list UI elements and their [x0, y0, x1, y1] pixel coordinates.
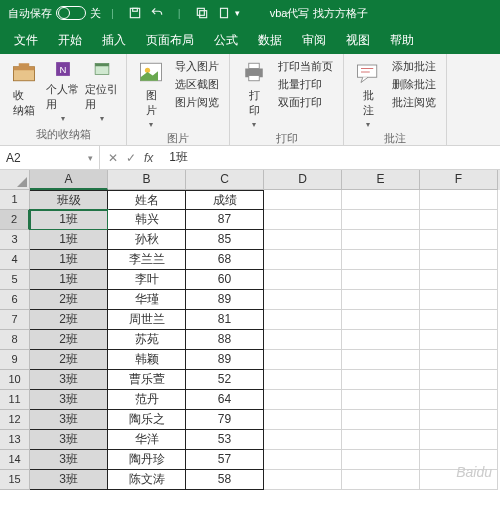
tab-formula[interactable]: 公式: [204, 26, 248, 54]
row-header[interactable]: 8: [0, 330, 30, 350]
cell[interactable]: 60: [186, 270, 264, 290]
personal-button[interactable]: N个人常 用▾: [46, 58, 79, 123]
tab-home[interactable]: 开始: [48, 26, 92, 54]
cell[interactable]: 李叶: [108, 270, 186, 290]
cell[interactable]: [264, 210, 342, 230]
cell[interactable]: [420, 350, 498, 370]
name-box[interactable]: A2▾: [0, 146, 100, 169]
cell[interactable]: 范丹: [108, 390, 186, 410]
row-header[interactable]: 9: [0, 350, 30, 370]
fx-icon[interactable]: fx: [144, 151, 153, 165]
cell[interactable]: 3班: [30, 370, 108, 390]
cell[interactable]: 华洋: [108, 430, 186, 450]
col-header-F[interactable]: F: [420, 170, 498, 190]
cell[interactable]: [342, 230, 420, 250]
row-header[interactable]: 4: [0, 250, 30, 270]
row-header[interactable]: 2: [0, 210, 30, 230]
cell[interactable]: [342, 210, 420, 230]
row-header[interactable]: 7: [0, 310, 30, 330]
cell[interactable]: [264, 410, 342, 430]
cell[interactable]: [420, 450, 498, 470]
cell[interactable]: [342, 250, 420, 270]
cell[interactable]: [342, 450, 420, 470]
cell[interactable]: [264, 390, 342, 410]
print-current[interactable]: 打印当前页: [276, 58, 335, 75]
row-header[interactable]: 5: [0, 270, 30, 290]
cell[interactable]: 3班: [30, 410, 108, 430]
cell[interactable]: [264, 190, 342, 210]
browse-comment[interactable]: 批注阅览: [390, 94, 438, 111]
cell[interactable]: [342, 350, 420, 370]
delete-comment[interactable]: 删除批注: [390, 76, 438, 93]
row-header[interactable]: 3: [0, 230, 30, 250]
cell[interactable]: [342, 410, 420, 430]
tab-help[interactable]: 帮助: [380, 26, 424, 54]
row-header[interactable]: 10: [0, 370, 30, 390]
browse-image[interactable]: 图片阅览: [173, 94, 221, 111]
row-header[interactable]: 6: [0, 290, 30, 310]
cell[interactable]: 1班: [30, 270, 108, 290]
confirm-icon[interactable]: ✓: [126, 151, 136, 165]
cell[interactable]: 华瑾: [108, 290, 186, 310]
cell[interactable]: 曹乐萱: [108, 370, 186, 390]
cell[interactable]: [342, 330, 420, 350]
cell[interactable]: [342, 390, 420, 410]
cell[interactable]: 68: [186, 250, 264, 270]
spreadsheet-grid[interactable]: A B C D E F 1班级姓名成绩21班韩兴8731班孙秋8541班李兰兰6…: [0, 170, 500, 490]
cell[interactable]: 53: [186, 430, 264, 450]
cell[interactable]: [420, 470, 498, 490]
cell[interactable]: [264, 370, 342, 390]
cell[interactable]: 3班: [30, 450, 108, 470]
cell[interactable]: [420, 410, 498, 430]
col-header-C[interactable]: C: [186, 170, 264, 190]
cell[interactable]: 2班: [30, 350, 108, 370]
cell[interactable]: [264, 270, 342, 290]
copy-icon[interactable]: [195, 6, 209, 20]
cell[interactable]: 85: [186, 230, 264, 250]
cell[interactable]: 52: [186, 370, 264, 390]
cell[interactable]: 3班: [30, 470, 108, 490]
cell[interactable]: 孙秋: [108, 230, 186, 250]
tab-review[interactable]: 审阅: [292, 26, 336, 54]
cell[interactable]: [420, 370, 498, 390]
cell[interactable]: [420, 430, 498, 450]
print-button[interactable]: 打 印▾: [238, 58, 270, 129]
cell[interactable]: 陶乐之: [108, 410, 186, 430]
cell[interactable]: 姓名: [108, 190, 186, 210]
tab-layout[interactable]: 页面布局: [136, 26, 204, 54]
cell[interactable]: [420, 210, 498, 230]
formula-bar[interactable]: 1班: [161, 149, 196, 166]
doc-icon[interactable]: [217, 6, 231, 20]
col-header-D[interactable]: D: [264, 170, 342, 190]
cell[interactable]: [264, 230, 342, 250]
cell[interactable]: [420, 230, 498, 250]
comment-button[interactable]: 批 注▾: [352, 58, 384, 129]
tab-insert[interactable]: 插入: [92, 26, 136, 54]
cell[interactable]: [342, 370, 420, 390]
cell[interactable]: [342, 430, 420, 450]
cell[interactable]: 李兰兰: [108, 250, 186, 270]
tab-data[interactable]: 数据: [248, 26, 292, 54]
cell[interactable]: 2班: [30, 330, 108, 350]
cell[interactable]: 58: [186, 470, 264, 490]
cell[interactable]: 成绩: [186, 190, 264, 210]
cell[interactable]: [342, 290, 420, 310]
cell[interactable]: [420, 310, 498, 330]
row-header[interactable]: 12: [0, 410, 30, 430]
add-comment[interactable]: 添加批注: [390, 58, 438, 75]
col-header-E[interactable]: E: [342, 170, 420, 190]
image-button[interactable]: 图 片▾: [135, 58, 167, 129]
cell[interactable]: [264, 430, 342, 450]
row-header[interactable]: 15: [0, 470, 30, 490]
tab-view[interactable]: 视图: [336, 26, 380, 54]
cell[interactable]: 87: [186, 210, 264, 230]
cell[interactable]: [420, 270, 498, 290]
cell[interactable]: [420, 290, 498, 310]
capture-selection[interactable]: 选区截图: [173, 76, 221, 93]
cell[interactable]: 89: [186, 290, 264, 310]
cancel-icon[interactable]: ✕: [108, 151, 118, 165]
cell[interactable]: 81: [186, 310, 264, 330]
cell[interactable]: 1班: [30, 210, 108, 230]
cell[interactable]: [342, 470, 420, 490]
row-header[interactable]: 13: [0, 430, 30, 450]
